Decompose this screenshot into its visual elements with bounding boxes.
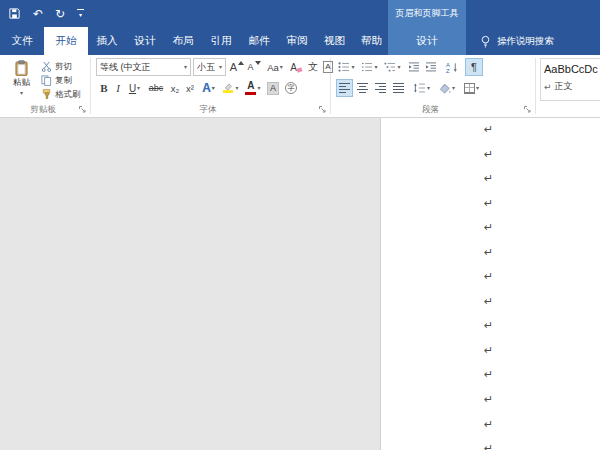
caret-down-icon: ▾ xyxy=(427,85,430,91)
show-marks-button[interactable]: ¶ xyxy=(465,58,483,76)
caret-down-icon: ▾ xyxy=(235,85,238,91)
bullets-button[interactable]: ▾ xyxy=(336,58,357,76)
font-size-select[interactable]: 小五 ▾ xyxy=(193,58,226,76)
document-area[interactable]: ↵↵↵↵↵↵↵↵↵↵↵↵↵↵ xyxy=(0,118,600,450)
font-name-select[interactable]: 等线 (中文正 ▾ xyxy=(96,58,191,76)
line-spacing-button[interactable]: ▾ xyxy=(410,79,433,97)
paragraph-mark: ↵ xyxy=(484,167,493,192)
grow-font-button[interactable]: A xyxy=(229,58,245,76)
justify-button[interactable] xyxy=(390,79,407,97)
phonetic-guide-icon: 文 xyxy=(308,60,318,74)
font-dialog-launcher[interactable] xyxy=(318,105,327,114)
font-group-label: 字体 xyxy=(92,104,324,116)
document-page[interactable]: ↵↵↵↵↵↵↵↵↵↵↵↵↵↵ xyxy=(380,118,600,450)
multilevel-list-button[interactable]: ▾ xyxy=(382,58,403,76)
copy-button[interactable]: 复制 xyxy=(41,74,72,87)
style-name-row: ↵ 正文 xyxy=(541,75,600,93)
format-painter-button[interactable]: 格式刷 xyxy=(41,88,81,101)
qat-customize-button[interactable]: ▾ xyxy=(77,9,84,18)
paragraph-mark: ↵ xyxy=(484,265,493,290)
tab-layout[interactable]: 布局 xyxy=(164,27,202,55)
paragraph-dialog-launcher[interactable] xyxy=(523,105,532,114)
character-shading-button[interactable]: A xyxy=(265,79,281,97)
bold-button[interactable]: B xyxy=(97,79,111,97)
superscript-icon: x² xyxy=(186,83,194,94)
tab-help[interactable]: 帮助 xyxy=(353,27,390,55)
cut-button[interactable]: 剪切 xyxy=(41,60,72,73)
subscript-button[interactable]: x₂ xyxy=(168,79,182,97)
align-right-button[interactable] xyxy=(372,79,389,97)
style-normal-item[interactable]: AaBbCcDc ↵ 正文 xyxy=(540,58,600,101)
enclose-characters-button[interactable]: 字 xyxy=(283,79,299,97)
tab-references[interactable]: 引用 xyxy=(202,27,240,55)
text-effects-icon: A xyxy=(202,81,211,95)
paragraph-mark: ↵ xyxy=(484,192,493,217)
decrease-indent-button[interactable] xyxy=(406,58,422,76)
italic-button[interactable]: I xyxy=(112,79,124,97)
paint-bucket-icon xyxy=(439,83,451,94)
contextual-tools-title: 页眉和页脚工具 xyxy=(388,0,466,27)
tell-me-search[interactable]: 操作说明搜索 xyxy=(480,27,554,55)
indent-icon xyxy=(425,62,437,72)
line-spacing-icon xyxy=(413,83,426,93)
tab-home[interactable]: 开始 xyxy=(44,27,88,55)
subscript-icon: x₂ xyxy=(171,83,179,94)
tab-mailings[interactable]: 邮件 xyxy=(240,27,278,55)
save-button[interactable] xyxy=(8,7,21,20)
align-left-button[interactable] xyxy=(336,79,353,97)
align-center-button[interactable] xyxy=(354,79,371,97)
eraser-icon xyxy=(296,67,302,72)
format-painter-label: 格式刷 xyxy=(55,89,81,101)
character-border-button[interactable]: A xyxy=(321,58,335,76)
increase-indent-button[interactable] xyxy=(423,58,439,76)
clipboard-dialog-launcher[interactable] xyxy=(78,105,87,114)
font-name-value: 等线 (中文正 xyxy=(100,61,151,74)
shading-button[interactable]: ▾ xyxy=(436,79,458,97)
change-case-button[interactable]: Aa▾ xyxy=(264,58,286,76)
character-border-icon: A xyxy=(323,61,333,73)
highlight-color-button[interactable]: ▾ xyxy=(220,79,241,97)
caret-down-icon: ▾ xyxy=(20,90,23,96)
caret-down-icon: ▾ xyxy=(476,85,479,91)
undo-button[interactable]: ↶ xyxy=(33,8,43,20)
align-center-icon xyxy=(357,83,368,93)
tab-design[interactable]: 设计 xyxy=(126,27,164,55)
text-effects-button[interactable]: A▾ xyxy=(199,79,218,97)
clear-formatting-icon: A xyxy=(290,62,297,73)
sort-button[interactable]: AZ xyxy=(442,58,462,76)
tab-insert[interactable]: 插入 xyxy=(88,27,126,55)
dialog-launcher-icon xyxy=(318,105,327,114)
caret-down-icon: ▾ xyxy=(397,64,400,70)
font-color-button[interactable]: A ▾ xyxy=(243,79,263,97)
paragraph-mark: ↵ xyxy=(484,216,493,241)
paragraph-mark: ↵ xyxy=(484,314,493,339)
redo-button[interactable]: ↻ xyxy=(55,8,65,20)
superscript-button[interactable]: x² xyxy=(183,79,197,97)
borders-grid-icon xyxy=(464,83,475,94)
strikethrough-button[interactable]: abc xyxy=(146,79,166,97)
tab-file[interactable]: 文件 xyxy=(0,27,44,55)
paragraph-marks: ↵↵↵↵↵↵↵↵↵↵↵↵↵↵ xyxy=(484,118,493,450)
save-icon xyxy=(8,7,21,20)
tab-headerfooter-design[interactable]: 设计 xyxy=(394,27,460,55)
ribbon: 粘贴 ▾ 剪切 复制 格式刷 剪贴板 等线 (中文正 ▾ 小五 ▾ A A xyxy=(0,55,600,118)
tab-view[interactable]: 视图 xyxy=(316,27,353,55)
highlighter-icon xyxy=(222,83,234,93)
down-triangle-icon xyxy=(255,61,261,65)
clear-formatting-button[interactable]: A xyxy=(288,58,304,76)
borders-button[interactable]: ▾ xyxy=(460,79,483,97)
paste-button[interactable]: 粘贴 ▾ xyxy=(5,58,38,103)
font-size-value: 小五 xyxy=(197,61,215,74)
grow-font-icon: A xyxy=(230,61,237,73)
caret-down-icon: ▾ xyxy=(257,85,260,91)
font-color-icon: A xyxy=(245,81,256,95)
tab-review[interactable]: 审阅 xyxy=(278,27,316,55)
caret-down-icon: ▾ xyxy=(212,85,215,91)
shrink-font-button[interactable]: A xyxy=(246,58,262,76)
numbering-button[interactable]: ▾ xyxy=(359,58,380,76)
caret-down-icon: ▾ xyxy=(351,64,354,70)
underline-button[interactable]: U▾ xyxy=(125,79,144,97)
red-color-bar xyxy=(245,92,256,95)
style-paragraph-mark: ↵ xyxy=(544,82,552,92)
phonetic-guide-button[interactable]: 文 xyxy=(306,58,320,76)
